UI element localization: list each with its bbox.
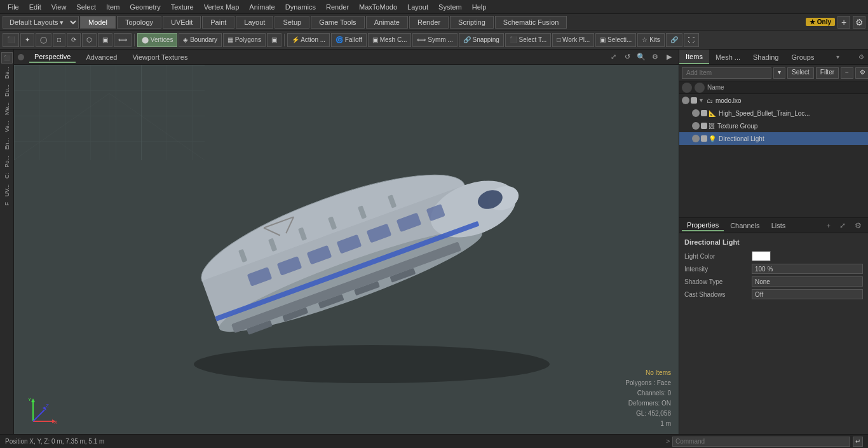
menu-texture[interactable]: Texture: [166, 2, 199, 12]
viewport-fit-icon[interactable]: ⤢: [607, 51, 619, 63]
items-tab-mesh[interactable]: Mesh ...: [709, 50, 747, 64]
menu-select[interactable]: Select: [71, 2, 101, 12]
selecti-btn[interactable]: ▣ Selecti...: [595, 33, 636, 47]
work-pl-btn[interactable]: □ Work Pl...: [552, 33, 594, 47]
rotate-mode-btn[interactable]: ◯: [36, 33, 51, 47]
action-btn[interactable]: ⚡ Action ...: [287, 33, 330, 47]
item-row-train[interactable]: 📐 High_Speed_Bullet_Train_Loc...: [679, 107, 868, 119]
item-vis-5[interactable]: [692, 122, 700, 130]
menu-animate[interactable]: Animate: [244, 2, 280, 12]
viewport-content[interactable]: No Items Polygons : Face Channels: 0 Def…: [14, 65, 679, 434]
left-tool-poly[interactable]: Po...: [3, 153, 11, 170]
menu-dynamics[interactable]: Dynamics: [280, 2, 321, 12]
vertices-btn[interactable]: ⬤ Vertices: [137, 33, 177, 47]
item-vis-7[interactable]: [692, 135, 700, 142]
mirror-btn[interactable]: ⟺: [114, 33, 132, 47]
tab-setup[interactable]: Setup: [275, 16, 309, 29]
viewport-area[interactable]: Perspective Advanced Viewport Textures ⤢…: [14, 50, 679, 434]
tab-game-tools[interactable]: Game Tools: [311, 16, 365, 29]
viewport-zoom-icon[interactable]: 🔍: [635, 51, 647, 63]
kits-btn[interactable]: ☆ Kits: [637, 33, 664, 47]
scale-mode-btn[interactable]: □: [53, 33, 65, 47]
align-btn[interactable]: ▣: [98, 33, 112, 47]
tab-scripting[interactable]: Scripting: [450, 16, 494, 29]
items-tab-more[interactable]: ▾: [832, 52, 843, 62]
viewport-tab-textures[interactable]: Viewport Textures: [127, 52, 193, 62]
prop-value-cast-shadows[interactable]: [752, 289, 863, 299]
prop-add-btn[interactable]: +: [823, 221, 834, 231]
item-row-modo-lxo[interactable]: ▼ 🗂 modo.lxo: [679, 94, 868, 107]
add-item-input[interactable]: [682, 67, 771, 79]
menu-file[interactable]: File: [3, 2, 24, 12]
item-row-directional-light[interactable]: 💡 Directional Light: [679, 132, 868, 145]
item-vis-4[interactable]: [701, 110, 707, 116]
items-settings-btn[interactable]: ⚙: [855, 67, 868, 79]
add-layout-button[interactable]: +: [837, 16, 850, 29]
left-tool-1[interactable]: ⬛: [1, 52, 13, 64]
move-mode-btn[interactable]: ✦: [20, 33, 34, 47]
items-minus-btn[interactable]: −: [841, 67, 853, 79]
tab-animate[interactable]: Animate: [366, 16, 408, 29]
items-panel-options[interactable]: ⚙: [855, 52, 868, 62]
tab-render[interactable]: Render: [409, 16, 449, 29]
snapping-btn[interactable]: 🔗 Snapping: [459, 33, 504, 47]
item-vis-3[interactable]: [692, 109, 700, 117]
command-submit-btn[interactable]: ↵: [853, 437, 863, 447]
left-tool-env[interactable]: En...: [3, 135, 11, 153]
falloff-btn[interactable]: 🌀 Falloff: [331, 33, 367, 47]
viewport-reset-icon[interactable]: ↺: [621, 51, 633, 63]
items-tab-shading[interactable]: Shading: [747, 50, 785, 64]
command-input[interactable]: [672, 437, 850, 447]
menu-item[interactable]: Item: [101, 2, 125, 12]
mesh-select-btn[interactable]: ▣: [267, 33, 281, 47]
items-tab-items[interactable]: Items: [679, 50, 709, 64]
menu-edit[interactable]: Edit: [24, 2, 46, 12]
item-vis-6[interactable]: [701, 123, 707, 129]
item-vis-8[interactable]: [701, 135, 707, 142]
menu-render[interactable]: Render: [321, 2, 354, 12]
mesh-c-btn[interactable]: ▣ Mesh C...: [368, 33, 412, 47]
prop-value-intensity[interactable]: [752, 264, 863, 274]
tab-paint[interactable]: Paint: [202, 16, 234, 29]
select-t-btn[interactable]: ⬛ Select T...: [505, 33, 552, 47]
left-tool-f[interactable]: F: [3, 200, 11, 208]
menu-view[interactable]: View: [46, 2, 72, 12]
tab-uvedit[interactable]: UVEdit: [163, 16, 201, 29]
items-filter-btn[interactable]: Filter: [816, 67, 839, 79]
polygons-btn[interactable]: ▦ Polygons: [223, 33, 266, 47]
prop-tab-channels[interactable]: Channels: [725, 221, 764, 231]
prop-color-swatch[interactable]: [752, 251, 771, 261]
prop-value-shadow-type[interactable]: [752, 276, 863, 287]
symm-btn[interactable]: ⟺ Symm ...: [412, 33, 457, 47]
menu-vertex-map[interactable]: Vertex Map: [199, 2, 245, 12]
prop-tab-lists[interactable]: Lists: [766, 221, 791, 231]
tab-layout[interactable]: Layout: [236, 16, 273, 29]
viewport-tab-advanced[interactable]: Advanced: [81, 52, 122, 62]
item-vis-2[interactable]: [691, 97, 697, 104]
left-tool-uv[interactable]: UV...: [3, 182, 11, 199]
left-tool-dup[interactable]: Du...: [3, 82, 11, 99]
viewport-fullscreen-btn[interactable]: ⛶: [684, 33, 699, 47]
items-select-btn[interactable]: Select: [787, 67, 814, 79]
boundary-btn[interactable]: ◈ Boundary: [179, 33, 222, 47]
prop-tab-properties[interactable]: Properties: [682, 220, 724, 231]
left-tool-mesh[interactable]: Me...: [3, 100, 11, 118]
left-tool-vert[interactable]: Ve...: [3, 118, 11, 135]
items-dropdown-btn[interactable]: ▾: [773, 67, 785, 79]
menu-geometry[interactable]: Geometry: [125, 2, 165, 12]
viewport-link-btn[interactable]: 🔗: [666, 33, 682, 47]
left-tool-c[interactable]: C:: [3, 170, 11, 181]
left-tool-deform[interactable]: De...: [3, 64, 11, 81]
viewport-tab-perspective[interactable]: Perspective: [29, 51, 76, 63]
layout-dropdown[interactable]: Default Layouts ▾: [3, 16, 79, 29]
prop-expand-icon[interactable]: ⤢: [836, 220, 850, 231]
prop-settings-icon[interactable]: ⚙: [851, 220, 865, 231]
menu-layout[interactable]: Layout: [402, 2, 433, 12]
viewport-expand-icon[interactable]: ▶: [663, 51, 675, 63]
items-tab-groups[interactable]: Groups: [785, 50, 820, 64]
tab-schematic-fusion[interactable]: Schematic Fusion: [495, 16, 567, 29]
menu-system[interactable]: System: [433, 2, 467, 12]
menu-maxtomodo[interactable]: MaxToModo: [354, 2, 402, 12]
item-vis-1[interactable]: [682, 97, 689, 104]
tab-topology[interactable]: Topology: [117, 16, 161, 29]
